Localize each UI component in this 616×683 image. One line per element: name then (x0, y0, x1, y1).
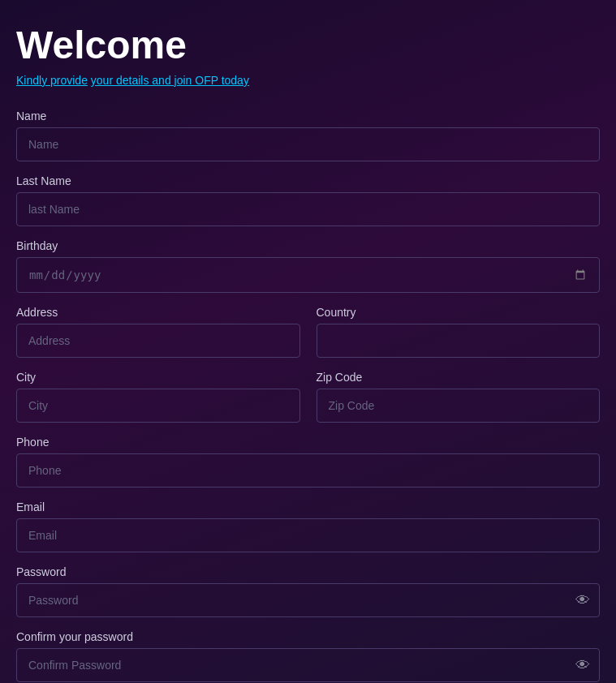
phone-group: Phone (16, 436, 600, 488)
password-group: Password 👁 (16, 565, 600, 617)
city-zip-row: City Zip Code (16, 371, 600, 423)
address-country-row: Address Country (16, 306, 600, 358)
phone-input[interactable] (16, 453, 600, 488)
name-input[interactable] (16, 127, 600, 161)
confirm-password-wrapper: 👁 (16, 648, 600, 682)
lastname-label: Last Name (16, 174, 600, 187)
address-label: Address (16, 306, 300, 319)
password-eye-icon[interactable]: 👁 (575, 593, 590, 608)
email-label: Email (16, 500, 600, 513)
phone-label: Phone (16, 436, 600, 449)
lastname-input[interactable] (16, 192, 600, 226)
confirm-password-label: Confirm your password (16, 630, 600, 643)
name-group: Name (16, 110, 600, 161)
country-col: Country (317, 306, 601, 358)
email-input[interactable] (16, 518, 600, 552)
birthday-input[interactable] (17, 258, 599, 292)
confirm-password-input[interactable] (16, 648, 600, 682)
city-label: City (16, 371, 300, 384)
birthday-label: Birthday (16, 239, 600, 252)
zipcode-label: Zip Code (317, 371, 601, 384)
confirm-password-group: Confirm your password 👁 (16, 630, 600, 682)
password-input[interactable] (16, 583, 600, 617)
country-label: Country (317, 306, 601, 319)
birthday-wrapper (16, 257, 600, 293)
password-wrapper: 👁 (16, 583, 600, 617)
zipcode-col: Zip Code (317, 371, 601, 423)
address-input[interactable] (16, 324, 300, 358)
address-col: Address (16, 306, 300, 358)
birthday-group: Birthday (16, 239, 600, 293)
confirm-password-eye-icon[interactable]: 👁 (575, 658, 590, 672)
subtitle: Kindly provide your details and join OFP… (16, 74, 600, 87)
email-group: Email (16, 500, 600, 552)
password-label: Password (16, 565, 600, 578)
page-title: Welcome (16, 24, 600, 67)
lastname-group: Last Name (16, 174, 600, 226)
country-input[interactable] (317, 324, 601, 358)
city-input[interactable] (16, 389, 300, 423)
subtitle-static: your details and join OFP today (91, 74, 249, 87)
city-col: City (16, 371, 300, 423)
zipcode-input[interactable] (317, 389, 601, 423)
name-label: Name (16, 110, 600, 122)
subtitle-highlight: Kindly provide (16, 74, 88, 87)
